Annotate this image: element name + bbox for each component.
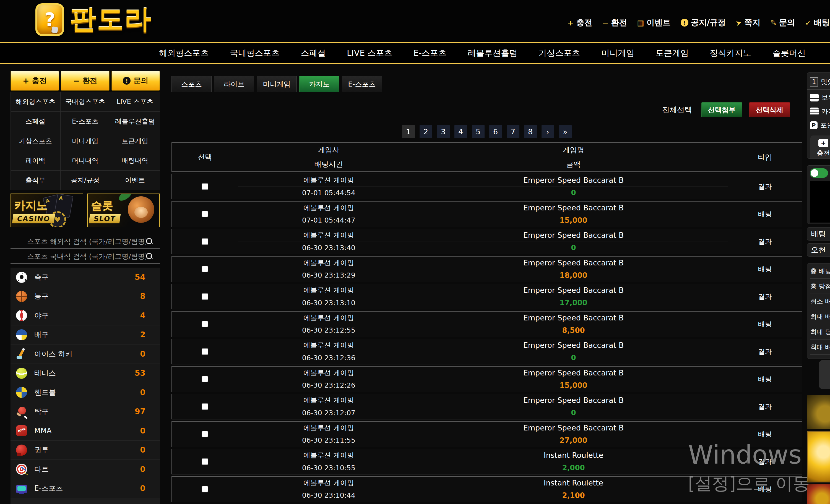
page-button[interactable]: »	[559, 125, 572, 138]
page-button[interactable]: 3	[437, 125, 450, 138]
logo[interactable]: ? 판도라	[35, 2, 152, 38]
page-button[interactable]: 7	[507, 125, 519, 138]
nav-item[interactable]: 해외형스포츠	[159, 47, 209, 59]
tennis-icon	[16, 368, 27, 379]
header-menu-item[interactable]: ➤ 쪽지	[736, 17, 760, 28]
nav-item[interactable]: 미니게임	[601, 47, 635, 59]
row-checkbox[interactable]	[202, 183, 208, 190]
sport-row[interactable]: 야구 4	[10, 306, 160, 326]
sport-row[interactable]: 핸드볼 0	[10, 383, 160, 402]
delete-selected-button[interactable]: 선택삭제	[749, 102, 790, 117]
sidebar-menu-item[interactable]: 레볼루션홀덤	[110, 111, 160, 131]
sidebar-menu-item[interactable]: 가상스포츠	[10, 131, 61, 151]
bet-amount: 8,500	[419, 324, 728, 337]
search-domestic-input[interactable]	[10, 253, 146, 261]
attach-selected-button[interactable]: 선택첨부	[701, 102, 742, 117]
header-menu-item[interactable]: ! 공지/규정	[681, 17, 726, 28]
nav-item[interactable]: 토큰게임	[656, 47, 689, 59]
sidebar-menu-item[interactable]: LIVE-스포츠	[110, 92, 160, 112]
row-divider	[238, 434, 728, 434]
category-tab[interactable]: 미니게임	[257, 76, 297, 92]
sidebar-charge-button[interactable]: 충전	[810, 135, 830, 159]
sport-row[interactable]: 권투 0	[10, 441, 160, 460]
game-thumbnail[interactable]	[807, 431, 830, 482]
nav-item[interactable]: 슬롯머신	[772, 47, 806, 59]
slot-banner[interactable]: 슬롯 SLOT	[87, 194, 160, 227]
sport-row[interactable]: MMA 0	[10, 421, 160, 441]
search-overseas-input[interactable]	[10, 237, 146, 245]
row-checkbox[interactable]	[202, 486, 208, 493]
row-checkbox[interactable]	[202, 348, 208, 355]
page-button[interactable]: 6	[489, 125, 502, 138]
sidebar-menu-item[interactable]: 출석부	[10, 170, 61, 190]
casino-banner[interactable]: ♥ 카지노 CASINO	[10, 194, 83, 227]
nav-item[interactable]: E-스포츠	[413, 47, 447, 59]
header-menu-item[interactable]: − 환전	[602, 17, 627, 28]
sport-row[interactable]: E-스포츠 0	[10, 479, 160, 499]
page-button[interactable]: 1	[402, 125, 415, 138]
sport-row[interactable]: 테니스 53	[10, 364, 160, 383]
header-menu-item[interactable]: ✎ 문의	[770, 17, 795, 28]
page-button[interactable]: 2	[420, 125, 432, 138]
sidebar-menu-item[interactable]: 스페셜	[10, 111, 61, 131]
page-button[interactable]: 8	[524, 125, 537, 138]
nav-item[interactable]: 레볼루션홀덤	[468, 47, 517, 59]
sport-row[interactable]: 아이스 하키 0	[10, 344, 160, 364]
sidebar-menu-item[interactable]: 배팅내역	[110, 151, 160, 171]
sport-row[interactable]: 축구 54	[10, 268, 160, 287]
page-button[interactable]: 5	[472, 125, 484, 138]
sidebar-menu-item[interactable]: 이벤트	[110, 170, 160, 190]
header-menu-item[interactable]: ✓ 배팅내역	[805, 17, 830, 28]
search-icon[interactable]	[146, 253, 153, 260]
search-icon[interactable]	[146, 238, 153, 245]
row-checkbox[interactable]	[202, 459, 208, 465]
page-button[interactable]: 4	[454, 125, 467, 138]
sidebar-menu-item[interactable]: E-스포츠	[60, 111, 110, 131]
toggle-switch[interactable]	[810, 168, 828, 178]
bet-amount: 2,100	[419, 489, 728, 502]
nav-item[interactable]: 스페셜	[301, 47, 326, 59]
inquiry-button[interactable]: ! 문의	[111, 71, 160, 91]
row-checkbox[interactable]	[202, 403, 208, 410]
plus-icon: +	[568, 19, 574, 27]
sidebar-menu-item[interactable]: 머니내역	[60, 151, 110, 171]
row-checkbox[interactable]	[202, 238, 208, 245]
row-checkbox[interactable]	[202, 376, 208, 382]
game-company: 에볼루션 게이밍	[238, 394, 419, 407]
bet-time: 06-30 23:12:55	[238, 324, 419, 337]
row-checkbox[interactable]	[202, 211, 208, 217]
sidebar-menu-item[interactable]: 토큰게임	[110, 131, 160, 151]
category-tab[interactable]: E-스포츠	[342, 76, 382, 92]
sport-row[interactable]: 다트 0	[10, 460, 160, 479]
sidebar-menu-item[interactable]: 국내형스포츠	[60, 92, 110, 112]
header-menu-item[interactable]: ▦ 이벤트	[637, 17, 671, 28]
select-all-button[interactable]: 전체선택	[662, 105, 692, 115]
sidebar-menu-item[interactable]: 미니게임	[60, 131, 110, 151]
row-checkbox[interactable]	[202, 293, 208, 300]
row-checkbox[interactable]	[202, 321, 208, 327]
row-checkbox[interactable]	[202, 431, 208, 437]
game-thumbnail[interactable]	[807, 484, 830, 504]
bet-time: 06-30 23:11:55	[238, 434, 419, 447]
nav-item[interactable]: 정식카지노	[710, 47, 752, 59]
sidebar-menu-item[interactable]: 해외형스포츠	[10, 92, 61, 112]
nav-item[interactable]: 가상스포츠	[539, 47, 580, 59]
exchange-button[interactable]: − 환전	[61, 71, 109, 91]
page-button[interactable]: ›	[542, 125, 554, 138]
category-tab[interactable]: 스포츠	[171, 76, 212, 92]
sport-label: MMA	[34, 427, 52, 435]
game-thumbnail[interactable]	[807, 395, 830, 429]
row-checkbox[interactable]	[202, 266, 208, 272]
sport-row[interactable]: 배구 2	[10, 326, 160, 345]
category-tab[interactable]: 라이브	[214, 76, 254, 92]
nav-item[interactable]: 국내형스포츠	[230, 47, 280, 59]
category-tab[interactable]: 카지노	[299, 76, 339, 92]
header-menu-item[interactable]: + 충전	[568, 17, 593, 28]
sport-row[interactable]: 농구 8	[10, 287, 160, 306]
sport-row[interactable]: 탁구 97	[10, 402, 160, 422]
sidebar-menu-item[interactable]: 페이백	[10, 151, 61, 171]
sports-list-tail	[10, 498, 160, 504]
charge-button[interactable]: + 충전	[10, 71, 59, 91]
sidebar-menu-item[interactable]: 공지/규정	[60, 170, 110, 190]
nav-item[interactable]: LIVE 스포츠	[347, 47, 392, 59]
